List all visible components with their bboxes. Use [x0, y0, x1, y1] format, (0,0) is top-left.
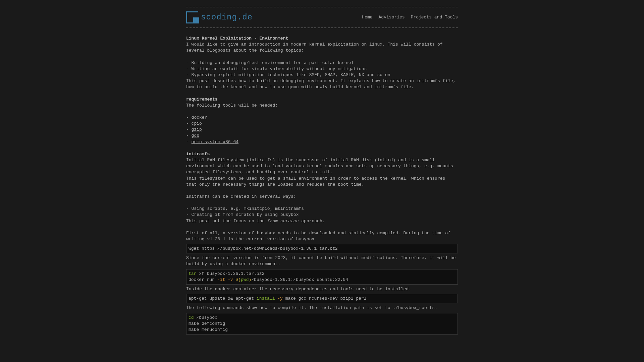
req-item: - gdb	[186, 133, 458, 139]
topic-item: - Building an debugging/test environment…	[186, 60, 458, 66]
busybox-p: First of all, a version of busybox needs…	[186, 230, 458, 242]
main-nav: Home Advisories Projects and Tools	[362, 14, 458, 20]
tk: -it	[217, 277, 225, 282]
initramfs-heading: initramfs	[186, 151, 458, 157]
link-qemu[interactable]: qemu-system-x86_64	[192, 139, 238, 144]
tk: cd	[189, 315, 194, 320]
compile-p: The following commands show how to compi…	[186, 305, 458, 311]
topic-item: - Bypassing exploit mitigation technique…	[186, 72, 458, 78]
tk: pwd	[241, 277, 249, 282]
link-gzip[interactable]: gzip	[192, 127, 202, 132]
intro-text: I would like to give an introduction in …	[186, 42, 458, 54]
req-item: - cpio	[186, 121, 458, 127]
tk: apt-get update && apt-get	[189, 296, 257, 301]
code-compile: cd /busybox make defconfig make menuconf…	[186, 313, 458, 335]
tk: $(	[233, 277, 241, 282]
focus-line: This post put the focus on the from scra…	[186, 218, 458, 224]
article-content: Linux Kernel Exploitation - Environment …	[186, 28, 458, 335]
tk: -y	[277, 296, 283, 301]
tk: /busybox	[194, 315, 217, 320]
nav-advisories[interactable]: Advisories	[379, 14, 405, 20]
code-wget: wget https://busybox.net/downloads/busyb…	[186, 244, 458, 253]
logo-icon	[186, 11, 198, 23]
site-logo[interactable]: scoding.de	[186, 11, 253, 23]
nav-projects[interactable]: Projects and Tools	[411, 14, 458, 20]
tk: /busybox-1.36.1:/busybox ubuntu:22.04	[251, 277, 348, 282]
req-item: - docker	[186, 115, 458, 121]
docker-p: Since the current version is from 2023, …	[186, 255, 458, 267]
link-docker[interactable]: docker	[192, 115, 207, 120]
tk: install	[257, 296, 275, 301]
code-docker: tar xf busybox-1.36.1.tar.bz2 docker run…	[186, 269, 458, 285]
initramfs-p1: Initial RAM filesystem (initramfs) is th…	[186, 157, 458, 176]
link-cpio[interactable]: cpio	[192, 121, 202, 126]
tk: make menuconfig	[189, 327, 228, 332]
topic-item: - Writing an exploit for simple vulnerab…	[186, 66, 458, 72]
req-item: - qemu-system-x86_64	[186, 139, 458, 145]
intro-post: This post describes how to build an debu…	[186, 78, 458, 90]
focus-pre: This post put the focus on the	[186, 219, 267, 224]
inside-p: Inside the docker container the necessar…	[186, 286, 458, 292]
tk: tar	[189, 271, 196, 276]
code-line: wget https://busybox.net/downloads/busyb…	[189, 246, 338, 251]
tk: xf busybox-1.36.1.tar.bz2	[196, 271, 264, 276]
tk: -v	[228, 277, 233, 282]
req-item: - gzip	[186, 127, 458, 133]
requirements-intro: The following tools will be needed:	[186, 103, 458, 109]
header: scoding.de Home Advisories Projects and …	[186, 7, 458, 27]
link-gdb[interactable]: gdb	[192, 133, 199, 138]
tk	[225, 277, 228, 282]
tk: make defconfig	[189, 321, 225, 326]
code-apt: apt-get update && apt-get install -y mak…	[186, 294, 458, 303]
initramfs-p2: This filesystem can be used to get a sma…	[186, 176, 458, 188]
focus-post: approach.	[299, 219, 325, 224]
page-title: Linux Kernel Exploitation - Environment	[186, 36, 458, 42]
tk: docker run	[189, 277, 217, 282]
initramfs-way: - Using scripts, e.g. mkinitcpio, mkinit…	[186, 206, 458, 212]
focus-italic: from scratch	[267, 219, 299, 224]
initramfs-way: - Creating it from scratch by using busy…	[186, 212, 458, 218]
nav-home[interactable]: Home	[362, 14, 372, 20]
logo-text: scoding.de	[201, 12, 253, 23]
initramfs-p3: initramfs can be created in serveral way…	[186, 194, 458, 200]
requirements-heading: requirements	[186, 97, 458, 103]
tk: make gcc ncurses-dev bzip2 perl	[283, 296, 367, 301]
